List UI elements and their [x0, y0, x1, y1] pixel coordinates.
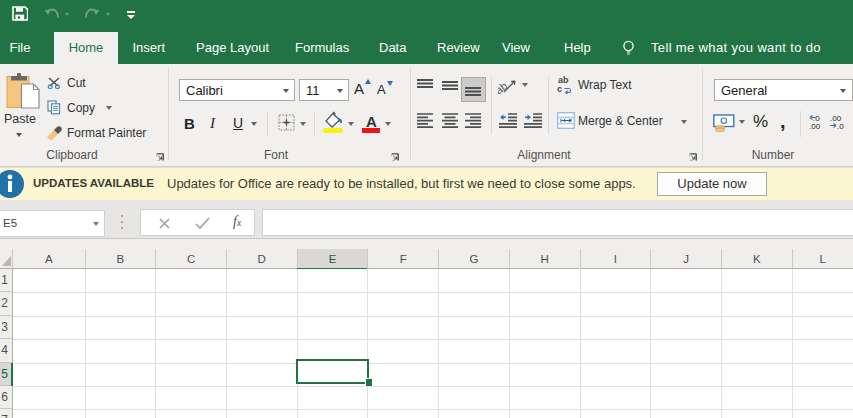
svg-text:c: c	[557, 84, 562, 94]
svg-text:ab: ab	[498, 79, 510, 95]
svg-text:.00: .00	[809, 122, 821, 129]
svg-text:.0: .0	[837, 122, 844, 129]
